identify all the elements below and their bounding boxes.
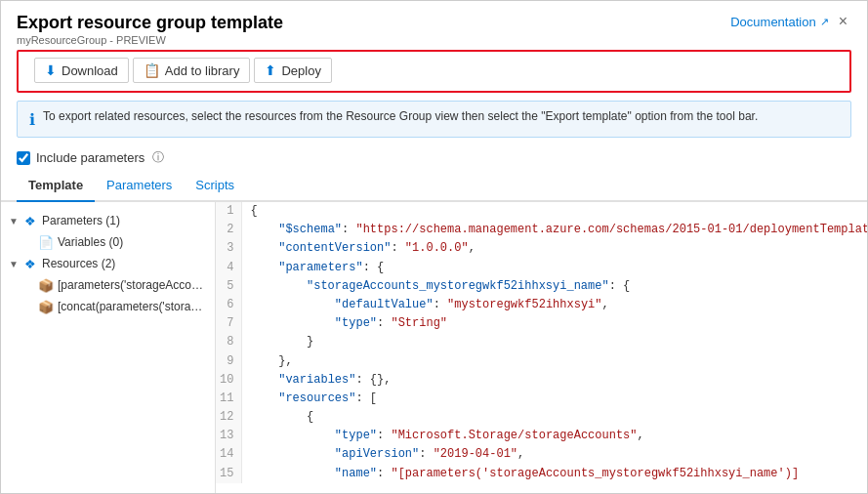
header: Export resource group template myResourc…: [1, 1, 867, 50]
line-num-14: 14: [216, 445, 242, 464]
library-icon: 📋: [144, 62, 160, 78]
line-num-3: 3: [216, 239, 242, 258]
info-banner: ℹ To export related resources, select th…: [17, 101, 851, 138]
line-code-10: "variables": {},: [242, 371, 867, 390]
page-subtitle: myResourceGroup - PREVIEW: [17, 34, 283, 46]
line-code-9: },: [242, 352, 867, 371]
code-line-14: 14 "apiVersion": "2019-04-01",: [216, 445, 867, 464]
line-code-1: {: [242, 202, 867, 221]
line-num-12: 12: [216, 408, 242, 427]
line-code-4: "parameters": {: [242, 259, 867, 277]
download-icon: ⬇: [45, 62, 57, 78]
storage2-icon: 📦: [38, 299, 54, 314]
line-code-11: "resources": [: [242, 390, 867, 408]
line-num-10: 10: [216, 371, 242, 390]
line-code-3: "contentVersion": "1.0.0.0",: [242, 239, 867, 258]
tab-template[interactable]: Template: [17, 172, 95, 202]
line-num-15: 15: [216, 465, 242, 483]
chevron-down-icon-resources: ▼: [9, 259, 19, 269]
resources-label: Resources (2): [42, 257, 207, 270]
code-line-13: 13 "type": "Microsoft.Storage/storageAcc…: [216, 427, 867, 445]
storage1-label: [parameters('storageAccounts_...: [58, 278, 207, 292]
line-code-13: "type": "Microsoft.Storage/storageAccoun…: [242, 427, 867, 445]
toolbar: ⬇ Download 📋 Add to library ⬆ Deploy: [17, 50, 851, 93]
code-line-10: 10 "variables": {},: [216, 371, 867, 390]
line-code-8: }: [242, 333, 867, 351]
sidebar-item-parameters[interactable]: ▼ ❖ Parameters (1): [1, 210, 215, 231]
doc-link-label: Documentation: [730, 15, 815, 29]
tabs-bar: Template Parameters Scripts: [1, 172, 867, 202]
vars-icon: 📄: [38, 234, 54, 250]
add-library-label: Add to library: [165, 63, 240, 78]
parameters-label: Parameters (1): [42, 214, 207, 227]
include-parameters-label[interactable]: Include parameters: [36, 150, 145, 165]
info-text: To export related resources, select the …: [43, 109, 758, 123]
params-icon: ❖: [22, 213, 38, 228]
main-content: ▼ ❖ Parameters (1) 📄 Variables (0) ▼ ❖ R…: [1, 202, 867, 493]
tab-scripts[interactable]: Scripts: [184, 172, 246, 202]
sidebar-item-variables[interactable]: 📄 Variables (0): [1, 231, 215, 253]
resources-icon: ❖: [22, 256, 38, 271]
documentation-link[interactable]: Documentation ↗: [730, 15, 828, 29]
line-num-6: 6: [216, 296, 242, 314]
line-code-15: "name": "[parameters('storageAccounts_my…: [242, 465, 867, 483]
code-line-4: 4 "parameters": {: [216, 259, 867, 277]
line-num-8: 8: [216, 333, 242, 351]
sidebar-tree: ▼ ❖ Parameters (1) 📄 Variables (0) ▼ ❖ R…: [1, 202, 216, 493]
line-num-5: 5: [216, 277, 242, 296]
line-code-5: "storageAccounts_mystoregwkf52ihhxsyi_na…: [242, 277, 867, 296]
deploy-icon: ⬆: [265, 62, 276, 78]
include-parameters-row: Include parameters ⓘ: [1, 145, 867, 172]
code-line-12: 12 {: [216, 408, 867, 427]
code-line-7: 7 "type": "String": [216, 314, 867, 333]
line-num-9: 9: [216, 352, 242, 371]
page-container: Export resource group template myResourc…: [0, 0, 868, 494]
chevron-down-icon: ▼: [9, 216, 19, 226]
download-button[interactable]: ⬇ Download: [34, 58, 129, 83]
line-num-11: 11: [216, 390, 242, 408]
line-num-13: 13: [216, 427, 242, 445]
tab-parameters[interactable]: Parameters: [95, 172, 184, 202]
storage2-label: [concat(parameters('storageAcc...: [58, 300, 207, 313]
code-line-11: 11 "resources": [: [216, 390, 867, 408]
deploy-button[interactable]: ⬆ Deploy: [254, 58, 331, 83]
code-line-5: 5 "storageAccounts_mystoregwkf52ihhxsyi_…: [216, 277, 867, 296]
line-code-6: "defaultValue": "mystoregwkf52ihhxsyi",: [242, 296, 867, 314]
external-link-icon: ↗: [820, 16, 829, 28]
sidebar-item-storage1[interactable]: 📦 [parameters('storageAccounts_...: [1, 274, 215, 296]
code-line-2: 2 "$schema": "https://schema.management.…: [216, 221, 867, 239]
close-button[interactable]: ×: [835, 13, 851, 30]
page-title: Export resource group template: [17, 13, 283, 33]
line-num-4: 4: [216, 259, 242, 277]
line-code-2: "$schema": "https://schema.management.az…: [242, 221, 867, 239]
variables-label: Variables (0): [58, 235, 207, 249]
line-num-7: 7: [216, 314, 242, 333]
line-code-14: "apiVersion": "2019-04-01",: [242, 445, 867, 464]
download-label: Download: [62, 63, 118, 78]
header-right: Documentation ↗ ×: [730, 13, 851, 30]
code-line-3: 3 "contentVersion": "1.0.0.0",: [216, 239, 867, 258]
sidebar-item-resources[interactable]: ▼ ❖ Resources (2): [1, 253, 215, 274]
code-line-15: 15 "name": "[parameters('storageAccounts…: [216, 465, 867, 483]
code-editor[interactable]: 1 { 2 "$schema": "https://schema.managem…: [216, 202, 867, 493]
code-line-6: 6 "defaultValue": "mystoregwkf52ihhxsyi"…: [216, 296, 867, 314]
include-params-info-icon: ⓘ: [152, 149, 164, 166]
line-code-12: {: [242, 408, 867, 427]
code-table: 1 { 2 "$schema": "https://schema.managem…: [216, 202, 867, 483]
code-line-8: 8 }: [216, 333, 867, 351]
deploy-label: Deploy: [281, 63, 320, 78]
line-num-2: 2: [216, 221, 242, 239]
include-parameters-checkbox[interactable]: [17, 151, 30, 165]
code-line-1: 1 {: [216, 202, 867, 221]
sidebar-item-storage2[interactable]: 📦 [concat(parameters('storageAcc...: [1, 296, 215, 317]
line-num-1: 1: [216, 202, 242, 221]
code-line-9: 9 },: [216, 352, 867, 371]
line-code-7: "type": "String": [242, 314, 867, 333]
header-left: Export resource group template myResourc…: [17, 13, 283, 46]
info-icon: ℹ: [29, 110, 35, 129]
storage1-icon: 📦: [38, 277, 54, 293]
add-to-library-button[interactable]: 📋 Add to library: [133, 58, 251, 83]
